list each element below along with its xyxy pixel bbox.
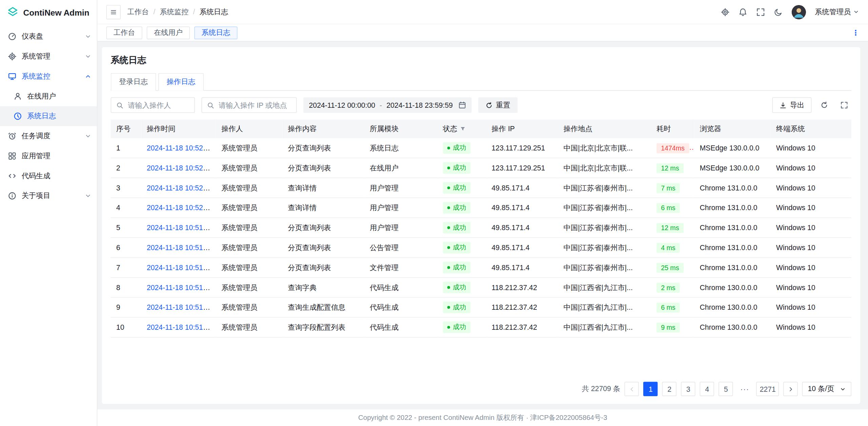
status-text: 成功 [453, 163, 466, 173]
cell-os: Windows 10 [771, 298, 851, 318]
table-row: 10 2024-11-18 10:51:49 系统管理员 查询字段配置列表 代码… [111, 317, 851, 337]
sidebar-item-task-schedule[interactable]: 任务调度 [0, 126, 97, 146]
prev-page-button[interactable] [625, 382, 639, 396]
log-time-link[interactable]: 2024-11-18 10:52:47 [147, 164, 213, 172]
reset-button[interactable]: 重置 [478, 97, 517, 113]
log-time-link[interactable]: 2024-11-18 10:51:52 [147, 263, 213, 271]
breadcrumb-item[interactable]: 工作台 [127, 7, 149, 17]
status-text: 成功 [453, 243, 466, 252]
table-fullscreen-button[interactable] [837, 98, 851, 112]
date-range-separator: - [380, 101, 382, 109]
dark-mode-moon-icon[interactable] [774, 7, 783, 16]
total-count: 共 22709 条 [582, 384, 620, 394]
page-button-2[interactable]: 2 [662, 382, 676, 396]
cell-browser: Chrome 130.0.0.0 [694, 317, 770, 337]
page-button-3[interactable]: 3 [681, 382, 695, 396]
log-time-link[interactable]: 2024-11-18 10:51:53 [147, 243, 213, 251]
export-button[interactable]: 导出 [772, 97, 812, 113]
log-time-link[interactable]: 2024-11-18 10:52:12 [147, 184, 213, 192]
page-button-5[interactable]: 5 [719, 382, 733, 396]
sidebar-item-app-management[interactable]: 应用管理 [0, 146, 97, 166]
sidebar-item-code-generation[interactable]: 代码生成 [0, 166, 97, 186]
status-dot [447, 326, 450, 329]
sidebar-item-dashboard[interactable]: 仪表盘 [0, 26, 97, 46]
next-page-button[interactable] [784, 382, 798, 396]
ip-search-input[interactable] [218, 100, 291, 110]
duration-badge: 4 ms [656, 243, 680, 252]
page-size-select[interactable]: 10 条/页 [802, 382, 851, 396]
cell-content: 分页查询列表 [282, 138, 364, 158]
cell-location: 中国|江苏省|泰州市|... [558, 178, 651, 198]
topbar-actions: 系统管理员 [721, 5, 859, 19]
cell-module: 在线用户 [364, 158, 437, 178]
fullscreen-icon[interactable] [756, 7, 765, 16]
log-table: 序号 操作时间 操作人 操作内容 所属模块 状态 操作 I [111, 120, 851, 338]
page-button-4[interactable]: 4 [700, 382, 714, 396]
log-type-tabs: 登录日志 操作日志 [111, 73, 851, 91]
bell-icon[interactable] [738, 7, 747, 16]
cell-browser: Chrome 130.0.0.0 [694, 298, 770, 318]
empty-space [111, 338, 851, 378]
sidebar-item-online-users[interactable]: 在线用户 [0, 86, 97, 106]
sidebar-collapse-button[interactable] [106, 5, 120, 19]
sidebar: ContiNew Admin 仪表盘 系统管理 系统监控 在线用户 [0, 0, 97, 426]
sidebar-item-label: 应用管理 [22, 151, 51, 161]
calendar-icon [458, 101, 466, 109]
page-button-1[interactable]: 1 [644, 382, 658, 396]
tab-login-log[interactable]: 登录日志 [111, 73, 156, 91]
sidebar-nav: 仪表盘 系统管理 系统监控 在线用户 系统日志 [0, 24, 97, 206]
settings-icon[interactable] [721, 7, 730, 16]
operator-search-input[interactable] [127, 100, 189, 110]
tab-online-users[interactable]: 在线用户 [147, 26, 190, 39]
table-row: 9 2024-11-18 10:51:49 系统管理员 查询生成配置信息 代码生… [111, 298, 851, 318]
log-time-link[interactable]: 2024-11-18 10:51:55 [147, 224, 213, 232]
log-time-link[interactable]: 2024-11-18 10:51:49 [147, 323, 213, 331]
duration-badge: 12 ms [656, 223, 683, 232]
refresh-icon [486, 102, 493, 109]
cell-os: Windows 10 [771, 198, 851, 218]
cell-operator: 系统管理员 [216, 258, 282, 278]
log-time-link[interactable]: 2024-11-18 10:52:55 [147, 144, 213, 152]
log-time-link[interactable]: 2024-11-18 10:51:49 [147, 303, 213, 311]
avatar[interactable] [792, 5, 806, 19]
table-body: 1 2024-11-18 10:52:55 系统管理员 分页查询列表 系统日志 … [111, 138, 851, 337]
cell-content: 分页查询列表 [282, 238, 364, 258]
tab-actions-icon[interactable]: ⋮ [852, 28, 859, 37]
status-dot [447, 306, 450, 309]
status-text: 成功 [453, 323, 466, 332]
logo-icon [7, 6, 19, 18]
sidebar-item-system-monitor[interactable]: 系统监控 [0, 66, 97, 86]
status-dot [447, 206, 450, 209]
cell-location: 中国|北京|北京市|联... [558, 158, 651, 178]
app-root: ContiNew Admin 仪表盘 系统管理 系统监控 在线用户 [0, 0, 868, 426]
expand-icon [840, 101, 848, 109]
duration-badge: 25 ms [656, 263, 683, 272]
status-badge: 成功 [443, 262, 471, 273]
logo[interactable]: ContiNew Admin [0, 0, 97, 24]
log-time-link[interactable]: 2024-11-18 10:52:05 [147, 204, 213, 212]
column-header-os: 终端系统 [771, 120, 851, 139]
sidebar-item-system-log[interactable]: 系统日志 [0, 106, 97, 126]
cell-location: 中国|江苏省|泰州市|... [558, 218, 651, 238]
cell-location: 中国|北京|北京市|联... [558, 138, 651, 158]
footer: Copyright © 2022 - present ContiNew Admi… [97, 409, 868, 426]
tab-workbench[interactable]: 工作台 [106, 26, 142, 39]
cell-module: 代码生成 [364, 278, 437, 298]
status-badge: 成功 [443, 322, 471, 333]
sidebar-item-about-project[interactable]: 关于项目 [0, 186, 97, 206]
tab-operation-log[interactable]: 操作日志 [158, 73, 204, 91]
cell-ip: 49.85.171.4 [486, 178, 558, 198]
breadcrumb-item[interactable]: 系统监控 [160, 7, 189, 17]
date-range-picker[interactable]: 2024-11-12 00:00:00 - 2024-11-18 23:59:5… [303, 97, 472, 113]
tab-system-log[interactable]: 系统日志 [194, 26, 237, 39]
pagination-ellipsis[interactable]: ··· [737, 382, 752, 396]
user-menu[interactable]: 系统管理员 [815, 7, 859, 17]
cell-operator: 系统管理员 [216, 138, 282, 158]
page-button-last[interactable]: 2271 [756, 382, 779, 396]
breadcrumb: 工作台 / 系统监控 / 系统日志 [127, 7, 229, 17]
log-time-link[interactable]: 2024-11-18 10:51:50 [147, 283, 213, 291]
filter-funnel-icon[interactable] [460, 126, 466, 131]
sidebar-item-system-management[interactable]: 系统管理 [0, 46, 97, 66]
sidebar-item-label: 系统监控 [22, 72, 51, 81]
refresh-table-button[interactable] [817, 98, 831, 112]
